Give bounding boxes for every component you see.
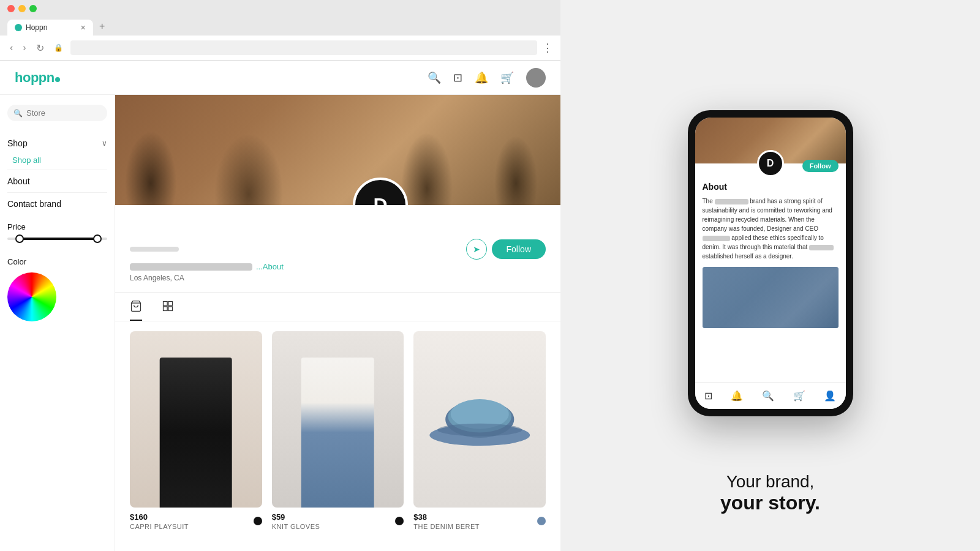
product-color-2 <box>395 517 404 525</box>
blurred-brand-name-1 <box>715 199 748 204</box>
product-color-3 <box>537 517 546 525</box>
brand-avatar-letter: D <box>373 194 387 206</box>
svg-point-9 <box>437 424 522 437</box>
product-image-1 <box>130 331 262 508</box>
phone-about-text: The brand has a strong spirit of sustain… <box>703 197 839 261</box>
phone-cover: D Follow <box>695 118 846 163</box>
browser-chrome: Hoppn ✕ + <box>0 0 560 36</box>
shop-section-header[interactable]: Shop ∨ <box>7 133 107 153</box>
svg-rect-3 <box>164 307 168 311</box>
product-info-2: $59 KNIT GLOVES <box>272 508 404 535</box>
browser-tab-active[interactable]: Hoppn ✕ <box>7 20 93 36</box>
brand-name-row: ➤ Follow <box>130 239 546 260</box>
hat-illustration <box>427 375 533 463</box>
about-link[interactable]: ...About <box>256 262 284 271</box>
tagline-line2: your story. <box>560 492 980 514</box>
sidebar-search-input[interactable] <box>26 108 101 118</box>
color-filter: Color <box>7 257 107 321</box>
tab-bar: Hoppn ✕ + <box>7 17 553 36</box>
brand-description: ...About <box>130 262 546 271</box>
color-wheel[interactable] <box>7 272 56 321</box>
product-info-1: $160 CAPRI PLAYSUIT <box>130 508 262 535</box>
url-input[interactable] <box>70 40 537 55</box>
price-slider[interactable] <box>7 238 107 240</box>
sidebar-search-container[interactable]: 🔍 <box>7 105 107 121</box>
phone-avatar-letter: D <box>767 158 774 169</box>
app-content: hoppn 🔍 ⊡ 🔔 🛒 🔍 Shop ∨ <box>0 61 560 551</box>
tagline-line1: Your brand, <box>560 472 980 492</box>
product-card-1[interactable]: $160 CAPRI PLAYSUIT <box>130 331 262 535</box>
product-image-3 <box>413 331 546 508</box>
blurred-designer-name <box>809 245 834 250</box>
lock-icon: 🔒 <box>51 42 66 53</box>
phone-follow-button[interactable]: Follow <box>802 160 839 172</box>
phone-mockup: D Follow About The brand has a strong sp… <box>688 110 853 416</box>
right-section: D Follow About The brand has a strong sp… <box>560 0 980 551</box>
phone-bottom-nav: ⊡ 🔔 🔍 🛒 👤 <box>695 382 846 409</box>
product-name-2: KNIT GLOVES <box>272 523 320 530</box>
new-tab-button[interactable]: + <box>94 17 110 36</box>
traffic-light-red[interactable] <box>7 5 15 12</box>
phone-nav-cart-icon[interactable]: 🛒 <box>791 388 808 404</box>
back-button[interactable]: ‹ <box>7 41 15 54</box>
phone-screen: D Follow About The brand has a strong sp… <box>695 118 846 409</box>
brand-name <box>130 247 179 252</box>
follow-button[interactable]: Follow <box>492 239 546 259</box>
phone-product-image <box>703 267 839 328</box>
tab-close-button[interactable]: ✕ <box>80 24 86 32</box>
bell-icon[interactable]: 🔔 <box>475 71 488 84</box>
price-filter-label: Price <box>7 222 107 231</box>
product-card-3[interactable]: $38 THE DENIM BERET <box>413 331 546 535</box>
svg-rect-1 <box>164 302 168 306</box>
phone-nav-bell-icon[interactable]: 🔔 <box>728 388 745 404</box>
product-grid: $160 CAPRI PLAYSUIT $59 KNIT GLOVE <box>115 321 560 545</box>
phone-nav-store-icon[interactable]: ⊡ <box>702 388 715 404</box>
cart-icon[interactable]: 🛒 <box>500 71 514 84</box>
product-card-2[interactable]: $59 KNIT GLOVES <box>272 331 404 535</box>
blurred-ceo-name <box>703 236 730 241</box>
product-price-1: $160 <box>130 512 189 522</box>
phone-about-title: About <box>703 182 839 192</box>
shop-all-link[interactable]: Shop all <box>7 153 107 167</box>
main-content: D ➤ Follow <box>115 95 560 551</box>
search-icon: 🔍 <box>13 109 23 118</box>
contact-brand-nav-item[interactable]: Contact brand <box>7 192 107 215</box>
chevron-down-icon: ∨ <box>102 139 107 148</box>
location-button[interactable]: ➤ <box>466 239 487 260</box>
navigation-icon: ➤ <box>473 244 480 254</box>
product-name-1: CAPRI PLAYSUIT <box>130 523 189 530</box>
price-slider-fill <box>17 238 97 240</box>
brand-location: Los Angeles, CA <box>130 274 546 282</box>
brand-info-area: ➤ Follow ...About Los Angeles, CA <box>115 205 560 293</box>
traffic-light-green[interactable] <box>29 5 37 12</box>
price-filter: Price <box>7 222 107 250</box>
price-slider-min-thumb[interactable] <box>15 234 24 243</box>
traffic-lights <box>7 5 553 12</box>
browser-window: Hoppn ✕ + ‹ › ↻ 🔒 ⋮ hoppn 🔍 ⊡ 🔔 🛒 <box>0 0 560 551</box>
logo-dot <box>55 77 60 82</box>
about-nav-item[interactable]: About <box>7 170 107 192</box>
user-avatar[interactable] <box>526 68 546 88</box>
product-info-3: $38 THE DENIM BERET <box>413 508 546 535</box>
phone-content: About The brand has a strong spirit of s… <box>695 163 846 382</box>
browser-menu-button[interactable]: ⋮ <box>542 41 553 54</box>
tab-collection-icon[interactable] <box>162 293 174 321</box>
product-tabs <box>115 293 560 321</box>
phone-nav-profile-icon[interactable]: 👤 <box>821 388 839 404</box>
brand-cover-image: D <box>115 95 560 205</box>
search-icon[interactable]: 🔍 <box>428 71 441 84</box>
tab-shop-icon[interactable] <box>130 293 142 321</box>
tagline-section: Your brand, your story. <box>560 472 980 514</box>
refresh-button[interactable]: ↻ <box>34 41 47 55</box>
app-logo: hoppn <box>15 70 60 86</box>
product-price-3: $38 <box>413 512 480 522</box>
header-actions: 🔍 ⊡ 🔔 🛒 <box>428 68 546 88</box>
phone-nav-search-icon[interactable]: 🔍 <box>760 388 777 404</box>
traffic-light-yellow[interactable] <box>18 5 26 12</box>
svg-rect-4 <box>168 307 173 311</box>
phone-brand-avatar: D <box>757 150 784 177</box>
price-slider-max-thumb[interactable] <box>93 234 102 243</box>
forward-button[interactable]: › <box>20 41 28 54</box>
product-name-3: THE DENIM BERET <box>413 523 480 530</box>
store-icon[interactable]: ⊡ <box>453 71 462 84</box>
